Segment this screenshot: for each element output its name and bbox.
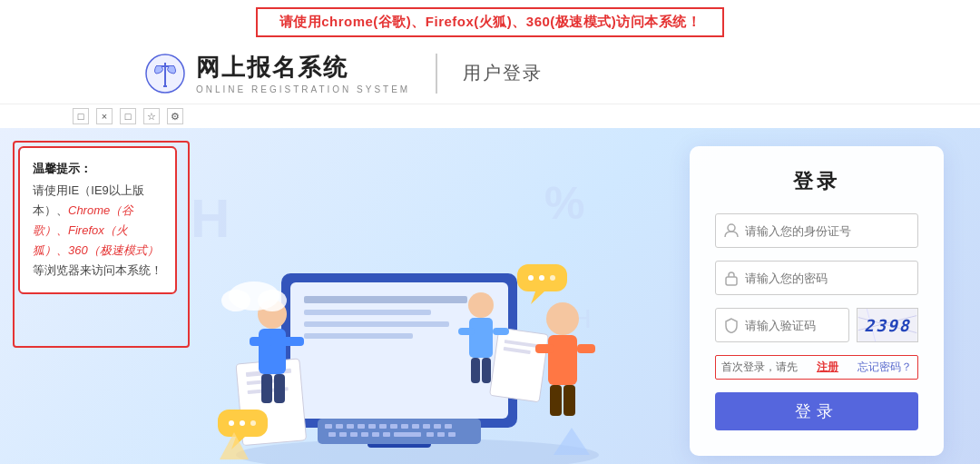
captcha-text: 2398: [864, 316, 910, 335]
svg-rect-30: [339, 432, 347, 437]
logo-area: 网上报名系统 ONLINE REGISTRATION SYSTEM: [145, 52, 410, 94]
svg-rect-67: [564, 385, 575, 416]
svg-rect-72: [471, 358, 480, 383]
svg-rect-11: [304, 310, 431, 315]
logo-icon: [145, 54, 185, 94]
svg-rect-33: [372, 432, 379, 437]
svg-rect-38: [448, 432, 456, 437]
svg-rect-31: [350, 432, 358, 437]
svg-rect-58: [250, 337, 272, 346]
lock-icon: [723, 270, 740, 286]
user-icon: [723, 222, 740, 239]
svg-rect-59: [281, 337, 304, 346]
logo-title: 网上报名系统: [196, 52, 410, 84]
svg-point-55: [550, 275, 555, 281]
svg-rect-64: [535, 344, 554, 353]
tooltip-label: 温馨提示：: [33, 159, 162, 179]
svg-point-50: [250, 420, 256, 426]
svg-rect-34: [383, 432, 390, 437]
svg-rect-69: [469, 318, 493, 358]
svg-rect-25: [412, 424, 419, 429]
svg-rect-66: [550, 385, 562, 416]
id-field: [715, 213, 918, 248]
svg-rect-29: [328, 432, 336, 437]
svg-point-54: [539, 275, 544, 281]
svg-rect-22: [379, 424, 387, 429]
captcha-row: 2398: [715, 308, 918, 342]
header-sub-title: 用户登录: [463, 61, 543, 85]
svg-rect-21: [368, 424, 376, 429]
tooltip-bubble: 温馨提示： 请使用IE（IE9以上版本）、Chrome（谷歌）、Firefox（…: [18, 146, 177, 294]
svg-marker-78: [554, 428, 590, 455]
svg-rect-12: [304, 321, 449, 327]
svg-point-62: [546, 302, 579, 335]
logo-text-area: 网上报名系统 ONLINE REGISTRATION SYSTEM: [196, 52, 410, 94]
svg-point-76: [258, 290, 287, 311]
svg-rect-28: [445, 424, 452, 429]
svg-rect-63: [548, 335, 577, 385]
toolbar: □ × □ ☆ ⚙: [0, 104, 980, 128]
svg-rect-70: [458, 328, 475, 335]
illustration: H % H: [145, 128, 653, 464]
svg-rect-18: [336, 424, 343, 429]
banner-text: 请使用chrome(谷歌)、Firefox(火狐)、360(极速模式)访问本系统…: [256, 7, 725, 37]
logo-subtitle: ONLINE REGISTRATION SYSTEM: [196, 84, 410, 94]
svg-text:%: %: [544, 178, 584, 229]
svg-rect-3: [163, 85, 167, 87]
svg-rect-71: [493, 328, 509, 335]
svg-rect-35: [394, 432, 421, 437]
toolbar-icon-save[interactable]: □: [120, 108, 136, 124]
top-banner: 请使用chrome(谷歌)、Firefox(火狐)、360(极速模式)访问本系统…: [0, 0, 980, 43]
svg-rect-17: [325, 424, 332, 429]
svg-point-48: [229, 420, 234, 426]
pwd-input[interactable]: [745, 271, 910, 285]
captcha-image[interactable]: 2398: [857, 308, 918, 342]
toolbar-icon-restore[interactable]: □: [73, 108, 89, 124]
svg-marker-52: [531, 291, 544, 304]
svg-rect-20: [358, 424, 365, 429]
svg-rect-24: [401, 424, 408, 429]
svg-rect-37: [437, 432, 445, 437]
shield-icon: [723, 317, 740, 333]
header: 网上报名系统 ONLINE REGISTRATION SYSTEM 用户登录: [0, 43, 980, 104]
svg-point-79: [728, 224, 735, 232]
svg-rect-61: [274, 374, 285, 403]
toolbar-icon-close[interactable]: ×: [96, 108, 113, 124]
captcha-input[interactable]: [745, 319, 841, 332]
svg-point-68: [468, 292, 494, 318]
svg-rect-73: [482, 358, 491, 383]
register-row: 首次登录，请先 注册 忘记密码？: [715, 355, 918, 380]
svg-point-49: [240, 420, 245, 426]
pwd-field: [715, 261, 918, 295]
register-link[interactable]: 注册: [817, 360, 838, 375]
svg-rect-10: [304, 296, 467, 303]
login-button[interactable]: 登录: [715, 392, 918, 430]
svg-point-53: [528, 275, 534, 281]
svg-rect-23: [390, 424, 397, 429]
login-panel: 登录: [690, 146, 944, 456]
svg-rect-57: [259, 329, 286, 374]
svg-rect-27: [434, 424, 441, 429]
toolbar-icon-star[interactable]: ☆: [143, 108, 160, 124]
svg-rect-13: [304, 333, 413, 339]
main-content: 温馨提示： 请使用IE（IE9以上版本）、Chrome（谷歌）、Firefox（…: [0, 128, 980, 464]
tooltip-text: 请使用IE（IE9以上版本）、Chrome（谷歌）、Firefox（火狐）、36…: [33, 183, 162, 277]
svg-rect-26: [423, 424, 430, 429]
svg-rect-43: [490, 328, 549, 402]
svg-rect-16: [318, 419, 481, 444]
svg-rect-19: [347, 424, 354, 429]
svg-rect-80: [726, 277, 737, 285]
svg-rect-32: [361, 432, 368, 437]
svg-rect-60: [261, 374, 272, 403]
svg-rect-36: [426, 432, 434, 437]
captcha-field: [715, 308, 849, 342]
illustration-svg: H % H: [163, 146, 635, 464]
forgot-link[interactable]: 忘记密码？: [858, 360, 912, 375]
register-hint: 首次登录，请先: [721, 360, 798, 375]
svg-point-75: [221, 290, 250, 311]
id-input[interactable]: [745, 224, 910, 238]
login-title: 登录: [715, 168, 918, 195]
toolbar-icon-settings[interactable]: ⚙: [167, 108, 183, 124]
svg-rect-65: [577, 344, 595, 353]
header-divider: [436, 54, 437, 94]
